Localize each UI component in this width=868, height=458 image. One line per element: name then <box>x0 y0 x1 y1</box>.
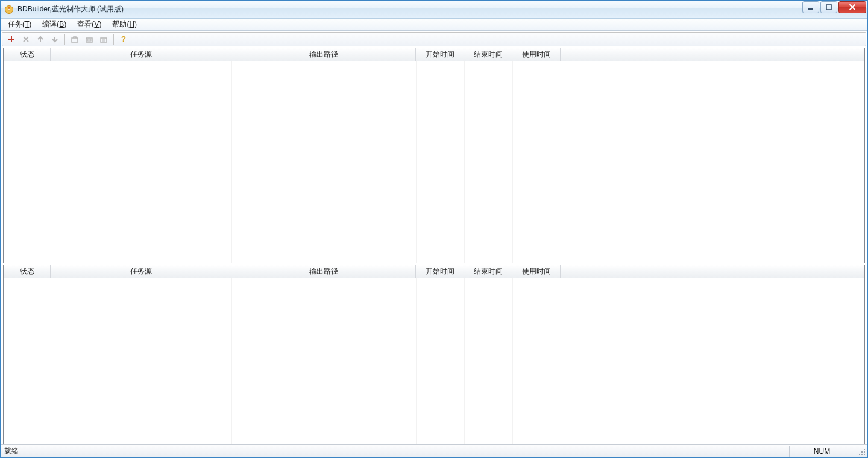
titlebar: BDBuilder,蓝光制作大师 (试用版) <box>1 1 867 19</box>
menu-task[interactable]: 任务(T) <box>3 19 36 30</box>
svg-rect-13 <box>861 454 863 455</box>
col-start[interactable]: 开始时间 <box>416 265 464 278</box>
app-icon <box>4 5 14 14</box>
statusbar: 就绪 NUM <box>1 444 867 457</box>
col-start[interactable]: 开始时间 <box>416 48 464 61</box>
toolbar: ? <box>2 32 866 46</box>
svg-rect-4 <box>72 38 78 42</box>
move-up-button[interactable] <box>34 33 47 45</box>
move-down-button[interactable] <box>48 33 61 45</box>
toolbar-separator <box>64 34 65 45</box>
minimize-button[interactable] <box>802 1 819 13</box>
add-button[interactable] <box>5 33 18 45</box>
window-title: BDBuilder,蓝光制作大师 (试用版) <box>17 4 124 14</box>
box-icon <box>71 35 79 43</box>
status-box-3 <box>834 446 854 457</box>
arrow-down-icon <box>51 35 59 43</box>
col-output[interactable]: 输出路径 <box>231 48 416 61</box>
col-used[interactable]: 使用时间 <box>512 265 561 278</box>
app-window: BDBuilder,蓝光制作大师 (试用版) 任务(T) 编译(B) 查看(V)… <box>0 0 868 458</box>
close-button[interactable] <box>838 1 866 13</box>
grid-body-top[interactable] <box>4 61 864 263</box>
svg-rect-6 <box>87 39 91 41</box>
box-icon <box>85 35 93 43</box>
status-ready: 就绪 <box>4 446 19 456</box>
menu-view[interactable]: 查看(V) <box>72 19 106 30</box>
svg-rect-2 <box>808 8 813 10</box>
svg-rect-12 <box>859 454 860 455</box>
question-icon: ? <box>119 35 128 43</box>
menu-help[interactable]: 帮助(H) <box>107 19 142 30</box>
col-source[interactable]: 任务源 <box>51 48 231 61</box>
svg-point-1 <box>8 8 10 10</box>
content-area: 状态 任务源 输出路径 开始时间 结束时间 使用时间 状态 任务源 输出路径 开… <box>1 48 867 444</box>
menu-compile[interactable]: 编译(B) <box>37 19 71 30</box>
svg-rect-11 <box>864 451 865 453</box>
grid-header-top: 状态 任务源 输出路径 开始时间 结束时间 使用时间 <box>4 48 864 61</box>
tasks-pane-top: 状态 任务源 输出路径 开始时间 结束时间 使用时间 <box>3 48 865 263</box>
svg-rect-9 <box>864 449 865 450</box>
box-icon <box>99 35 108 43</box>
col-end[interactable]: 结束时间 <box>464 48 512 61</box>
arrow-up-icon <box>36 35 45 43</box>
x-icon <box>22 35 30 43</box>
col-source[interactable]: 任务源 <box>51 265 231 278</box>
col-remainder[interactable] <box>561 265 864 278</box>
col-output[interactable]: 输出路径 <box>231 265 416 278</box>
col-remainder[interactable] <box>561 48 864 61</box>
col-status[interactable]: 状态 <box>4 48 51 61</box>
toolbar-separator <box>113 34 114 45</box>
resize-grip-icon[interactable] <box>857 447 866 456</box>
grid-body-bottom[interactable] <box>4 278 864 444</box>
svg-text:?: ? <box>121 35 126 43</box>
col-used[interactable]: 使用时间 <box>512 48 561 61</box>
action-button-3[interactable] <box>97 33 110 45</box>
window-controls <box>802 1 866 13</box>
maximize-button[interactable] <box>820 1 837 13</box>
svg-rect-14 <box>864 454 865 455</box>
delete-button[interactable] <box>19 33 33 45</box>
grid-header-bottom: 状态 任务源 输出路径 开始时间 结束时间 使用时间 <box>4 265 864 278</box>
col-status[interactable]: 状态 <box>4 265 51 278</box>
help-button[interactable]: ? <box>117 33 130 45</box>
toolbar-container: ? <box>1 31 867 48</box>
status-numlock: NUM <box>810 446 834 457</box>
status-indicators: NUM <box>789 446 854 457</box>
action-button-2[interactable] <box>83 33 96 45</box>
svg-rect-3 <box>826 5 831 10</box>
status-box-1 <box>789 446 810 457</box>
tasks-pane-bottom: 状态 任务源 输出路径 开始时间 结束时间 使用时间 <box>3 265 865 444</box>
plus-icon <box>7 35 16 43</box>
action-button-1[interactable] <box>68 33 81 45</box>
menubar: 任务(T) 编译(B) 查看(V) 帮助(H) <box>1 19 867 31</box>
svg-rect-10 <box>861 451 863 453</box>
col-end[interactable]: 结束时间 <box>464 265 512 278</box>
